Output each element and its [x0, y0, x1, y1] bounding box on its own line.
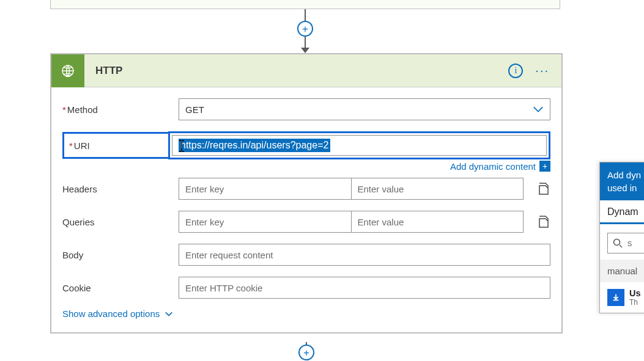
http-icon: [51, 54, 84, 87]
svg-point-2: [614, 239, 620, 246]
panel-tab-dynamic[interactable]: Dynam: [600, 200, 644, 224]
show-advanced-options-link[interactable]: Show advanced options: [62, 308, 173, 319]
add-step-button[interactable]: +: [297, 21, 313, 37]
more-menu-button[interactable]: ···: [531, 64, 553, 78]
body-label: Body: [62, 250, 170, 260]
method-label: *Method: [62, 104, 170, 115]
headers-label: Headers: [62, 184, 170, 194]
panel-section-label: manual: [600, 260, 644, 282]
dynamic-content-panel: Add dyn used in Dynam s manual Us Th: [599, 162, 644, 313]
uri-label: *URI: [62, 132, 170, 159]
method-select[interactable]: GET: [179, 98, 550, 120]
search-icon: [613, 238, 623, 248]
cookie-input[interactable]: Enter HTTP cookie: [179, 277, 550, 299]
panel-item[interactable]: Us Th: [607, 288, 644, 307]
plus-icon[interactable]: +: [539, 161, 550, 172]
panel-search-placeholder: s: [627, 238, 632, 248]
queries-bulk-edit-button[interactable]: [537, 215, 550, 228]
card-title: HTTP: [93, 65, 500, 77]
download-icon: [607, 289, 624, 306]
headers-bulk-edit-button[interactable]: [537, 182, 550, 195]
panel-item-sub: Th: [629, 298, 641, 307]
chevron-down-icon: [165, 311, 173, 317]
connector: +: [50, 9, 560, 53]
info-icon[interactable]: i: [508, 64, 523, 78]
queries-value-input[interactable]: Enter value: [351, 211, 524, 233]
headers-value-input[interactable]: Enter value: [351, 178, 524, 200]
queries-label: Queries: [62, 217, 170, 227]
connector-bottom: +: [50, 342, 563, 360]
panel-item-label: Us: [629, 288, 641, 298]
add-step-button-bottom[interactable]: +: [298, 345, 314, 360]
cookie-label: Cookie: [62, 283, 170, 293]
uri-value: https://reqres.in/api/users?page=2: [179, 139, 330, 152]
previous-step-card: [50, 0, 560, 9]
uri-input[interactable]: https://reqres.in/api/users?page=2: [172, 135, 547, 156]
http-action-card: HTTP i ··· *Method GET *URI: [50, 53, 563, 334]
add-dynamic-content-link[interactable]: Add dynamic content: [450, 161, 536, 172]
panel-heading: Add dyn used in: [600, 162, 644, 200]
card-header[interactable]: HTTP i ···: [51, 54, 561, 87]
queries-key-input[interactable]: Enter key: [179, 211, 351, 233]
headers-key-input[interactable]: Enter key: [179, 178, 351, 200]
body-input[interactable]: Enter request content: [179, 244, 550, 266]
panel-search-input[interactable]: s: [607, 233, 644, 253]
chevron-down-icon: [533, 106, 544, 113]
svg-rect-1: [66, 75, 70, 77]
method-value: GET: [185, 104, 204, 115]
